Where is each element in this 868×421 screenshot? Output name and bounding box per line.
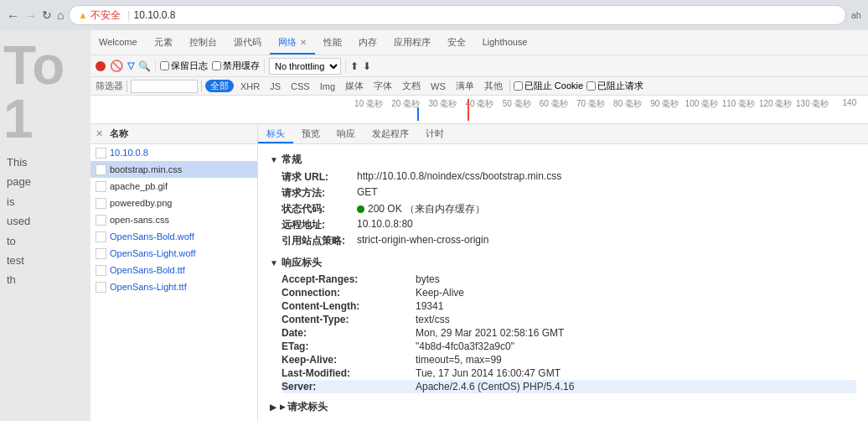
page-background: To 1 This page is used to test th [0,30,90,421]
general-val-method: GET [357,186,378,200]
resp-key-2: Connection: [282,287,416,299]
file-icon-8 [96,265,106,276]
resp-val-5: Mon, 29 Mar 2021 02:58:16 GMT [416,327,564,339]
disable-cache-checkbox[interactable]: 禁用缓存 [212,60,260,72]
file-item-opensans-bold-woff[interactable]: OpenSans-Bold.woff [90,228,257,245]
search-icon[interactable]: 🔍 [138,60,151,72]
main-panel: ✕ 名称 10.10.0.8 bootstrap.min.css apache_… [90,124,868,421]
tab-sources[interactable]: 源代码 [225,31,270,55]
file-item-bootstrap[interactable]: bootstrap.min.css [90,161,257,178]
status-dot [357,205,364,213]
reload-button[interactable]: ↻ [42,8,52,22]
filter-chip-ws[interactable]: WS [427,81,449,91]
filter-chip-font[interactable]: 字体 [370,80,395,92]
throttle-select[interactable]: No throttling Fast 3G Slow 3G Offline [269,58,341,75]
resp-key-3: Content-Length: [282,300,416,312]
col-x[interactable]: ✕ [96,128,103,139]
resp-key-7: Keep-Alive: [282,354,416,366]
filter-chip-doc[interactable]: 文档 [399,80,424,92]
tab-welcome[interactable]: Welcome [90,31,146,55]
tab-memory[interactable]: 内存 [350,31,385,55]
filter-chip-manifest[interactable]: 满单 [452,80,478,92]
file-icon-6 [96,231,106,242]
tick-10: 10 毫秒 [350,98,387,111]
detail-tab-timing[interactable]: 计时 [417,125,452,143]
page-big-text2: 1 [0,92,90,146]
tab-console[interactable]: 控制台 [181,31,225,55]
blocked-cookie-checkbox[interactable]: 已阻止 Cookie [514,80,583,92]
filter-chip-js[interactable]: JS [266,81,284,91]
resp-row-etag: ETag: "4b8d-4fc0a3f32a9c0" [282,340,856,353]
detail-tab-preview[interactable]: 预览 [293,125,328,143]
resp-val-4: text/css [416,314,450,325]
filter-chip-xhr[interactable]: XHR [237,81,263,91]
record-button[interactable] [96,61,106,71]
filter-chip-media[interactable]: 媒体 [342,80,367,92]
detail-tab-headers[interactable]: 标头 [258,125,293,143]
filter-toggle-icon[interactable]: ▽ [127,60,134,71]
forward-button[interactable]: → [24,8,37,23]
toolbar-separator3 [345,60,346,73]
blocked-request-checkbox[interactable]: 已阻止请求 [586,80,643,92]
section-request-header[interactable]: ▶ ▸ 请求标头 [270,400,856,414]
resp-val-6: "4b8d-4fc0a3f32a9c0" [416,340,514,352]
general-key-referrer: 引用站点策略: [282,234,357,248]
security-warning-icon: ▲ [78,10,87,20]
download-icon[interactable]: ⬇ [363,60,371,72]
tab-network[interactable]: 网络 ✕ [270,31,315,55]
section-response-header[interactable]: ▼ 响应标头 [270,256,856,270]
tick-90: 90 毫秒 [646,98,683,111]
timeline-indicator-red [468,99,469,121]
general-val-url: http://10.10.0.8/noindex/css/bootstrap.m… [357,170,561,185]
file-item-opensans-bold-ttf[interactable]: OpenSans-Bold.ttf [90,262,257,278]
home-button[interactable]: ⌂ [57,8,64,22]
back-button[interactable]: ← [7,8,19,23]
tab-lighthouse[interactable]: Lighthouse [474,31,536,55]
preserve-log-checkbox[interactable]: 保留日志 [160,60,208,72]
response-header-rows: Accept-Ranges: bytes Connection: Keep-Al… [270,273,856,393]
filter-label: 筛选器 [96,80,123,92]
resp-val-2: Keep-Alive [416,287,464,299]
file-item-open-sans-css[interactable]: open-sans.css [90,211,257,228]
filter-chip-all[interactable]: 全部 [205,80,234,92]
detail-tab-response[interactable]: 响应 [328,125,364,143]
filter-chip-other[interactable]: 其他 [481,80,506,92]
section-response-label: 响应标头 [282,256,322,270]
tick-110: 110 毫秒 [720,98,757,111]
file-item-opensans-light-ttf[interactable]: OpenSans-Light.ttf [90,278,257,295]
tab-application[interactable]: 应用程序 [385,31,439,55]
resp-val-3: 19341 [416,300,443,312]
file-item-opensans-light-woff[interactable]: OpenSans-Light.woff [90,245,257,262]
detail-tab-bar: 标头 预览 响应 发起程序 计时 [258,124,868,144]
detail-tab-initiator[interactable]: 发起程序 [364,125,417,143]
resp-row-content-type: Content-Type: text/css [282,313,856,326]
tab-security[interactable]: 安全 [439,31,474,55]
file-item-poweredby[interactable]: poweredby.png [90,195,257,211]
general-row-method: 请求方法: GET [282,185,856,201]
tab-performance[interactable]: 性能 [315,31,350,55]
browser-nav: ← → ↻ ⌂ ▲ 不安全 | 10.10.0.8 ah [0,0,868,30]
address-bar[interactable]: ▲ 不安全 | 10.10.0.8 [69,5,845,25]
filter-chip-css[interactable]: CSS [287,81,313,91]
clear-button[interactable]: 🚫 [110,60,123,72]
page-big-text: To [0,30,90,92]
separator: | [127,9,130,21]
devtools-wrapper: Welcome 元素 控制台 源代码 网络 ✕ 性能 内存 应用程序 安全 Li… [90,30,868,421]
toolbar-separator1 [155,60,156,73]
upload-icon[interactable]: ⬆ [350,60,359,72]
general-key-url: 请求 URL: [282,170,357,185]
col-name-label: 名称 [110,127,128,140]
filter-chip-img[interactable]: Img [317,81,338,91]
resp-row-content-length: Content-Length: 19341 [282,299,856,313]
tick-50: 50 毫秒 [499,98,535,111]
tab-elements[interactable]: 元素 [146,31,181,55]
tab-network-close[interactable]: ✕ [300,38,307,47]
file-item-apache-gif[interactable]: apache_pb.gif [90,178,257,195]
file-item-ip[interactable]: 10.10.0.8 [90,144,257,161]
section-general-header[interactable]: ▼ 常规 [270,153,856,167]
general-val-referrer: strict-origin-when-cross-origin [357,234,488,248]
tick-120: 120 毫秒 [757,98,794,111]
filter-separator2 [201,81,202,92]
resp-row-keepalive: Keep-Alive: timeout=5, max=99 [282,353,856,366]
filter-input[interactable] [131,80,198,93]
